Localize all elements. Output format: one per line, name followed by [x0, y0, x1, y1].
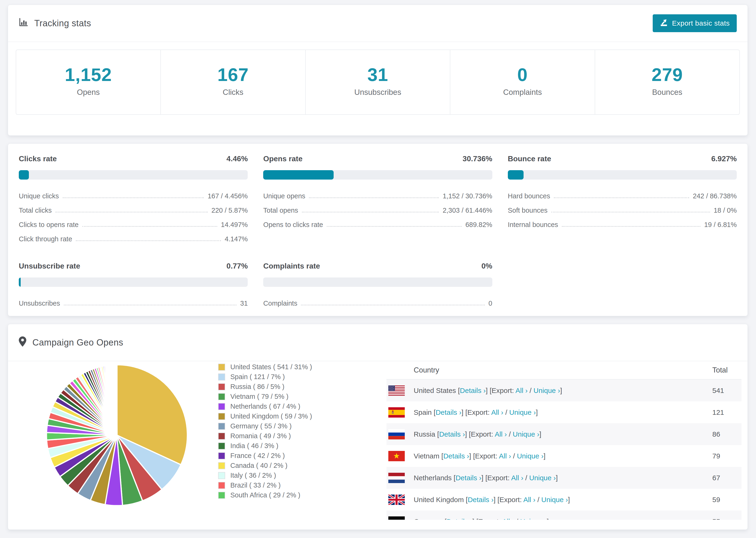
- rate-block-complaints-rate: Complaints rate0%Complaints0: [263, 262, 492, 310]
- total-cell: 79: [712, 452, 741, 460]
- tracking-stats-title-text: Tracking stats: [34, 18, 91, 28]
- export-basic-stats-button[interactable]: Export basic stats: [653, 14, 737, 32]
- details-link[interactable]: Details ›: [443, 452, 469, 460]
- rate-head: Opens rate30.736%: [263, 154, 492, 163]
- slash-text: /: [527, 387, 533, 394]
- export-unique-link[interactable]: Unique ›: [520, 517, 547, 520]
- export-all-link[interactable]: All ›: [523, 496, 536, 504]
- details-link[interactable]: Details ›: [447, 517, 472, 520]
- total-cell: 67: [712, 474, 741, 482]
- bracket-text: ] [Export:: [486, 387, 515, 394]
- country-name: United Kingdom: [414, 496, 466, 504]
- rate-block-unsubscribe-rate: Unsubscribe rate0.77%Unsubscribes31: [19, 262, 248, 310]
- bracket-text: ]: [536, 408, 538, 416]
- rate-row: Unique opens1,152 / 30.736%: [263, 189, 492, 203]
- rate-row: Complaints0: [263, 296, 492, 310]
- legend-label: Germany ( 55 / 3% ): [230, 422, 292, 430]
- rate-row-value: 14.497%: [221, 221, 248, 229]
- export-all-link[interactable]: All ›: [491, 408, 503, 416]
- legend-swatch: [218, 393, 225, 400]
- total-cell: 86: [712, 430, 741, 438]
- rate-row-value: 2,303 / 61.446%: [443, 207, 492, 214]
- legend-label: France ( 42 / 2% ): [230, 452, 285, 459]
- rate-row-value: 220 / 5.87%: [212, 207, 248, 214]
- details-link[interactable]: Details ›: [460, 387, 486, 394]
- legend-item-canada: Canada ( 40 / 2% ): [218, 462, 312, 469]
- map-pin-icon: [19, 336, 26, 349]
- legend-item-france: France ( 42 / 2% ): [218, 452, 312, 459]
- de-flag-icon: [388, 516, 405, 520]
- total-cell: 55: [712, 517, 741, 520]
- legend-label: Netherlands ( 67 / 4% ): [230, 403, 300, 410]
- rate-row-label: Unsubscribes: [19, 299, 60, 307]
- legend-item-india: India ( 46 / 3% ): [218, 443, 312, 449]
- rate-row-value: 18 / 0%: [714, 207, 737, 214]
- legend-swatch: [218, 403, 225, 410]
- column-header-country: Country: [387, 366, 712, 374]
- legend-label: United Kingdom ( 59 / 3% ): [230, 412, 312, 420]
- rate-row-value: 167 / 4.456%: [207, 192, 248, 200]
- export-unique-link[interactable]: Unique ›: [529, 474, 556, 482]
- table-row-gb: United Kingdom [Details ›] [Export: All …: [387, 489, 741, 511]
- export-unique-link[interactable]: Unique ›: [541, 496, 568, 504]
- legend-item-romania: Romania ( 49 / 3% ): [218, 433, 312, 439]
- bracket-text: ] [Export:: [494, 496, 523, 504]
- rate-title: Clicks rate: [19, 154, 57, 163]
- export-unique-link[interactable]: Unique ›: [517, 452, 544, 460]
- rate-rows: Hard bounces242 / 86.738%Soft bounces18 …: [508, 189, 737, 232]
- rate-row-value: 689.82%: [465, 221, 492, 229]
- pie-slice-other-63: [117, 365, 117, 435]
- export-all-link[interactable]: All ›: [515, 387, 528, 394]
- gb-flag-icon: [388, 495, 405, 505]
- legend-swatch: [218, 452, 225, 459]
- export-all-link[interactable]: All ›: [499, 452, 511, 460]
- stat-label: Clicks: [161, 88, 305, 97]
- legend-item-russia: Russia ( 86 / 5% ): [218, 383, 312, 390]
- dotted-leader: [301, 305, 485, 305]
- legend-label: Russia ( 86 / 5% ): [230, 383, 284, 391]
- export-unique-link[interactable]: Unique ›: [509, 408, 536, 416]
- legend-item-united-states: United States ( 541 / 31% ): [218, 364, 312, 370]
- bracket-text: ]: [560, 387, 562, 394]
- rate-row: Opens to clicks rate689.82%: [263, 218, 492, 232]
- ru-flag-icon: [388, 429, 405, 439]
- export-all-link[interactable]: All ›: [511, 474, 523, 482]
- rate-row-label: Opens to clicks rate: [263, 221, 323, 229]
- rate-rows: Unique clicks167 / 4.456%Total clicks220…: [19, 189, 248, 246]
- rate-row: Soft bounces18 / 0%: [508, 203, 737, 218]
- bracket-text: ]: [547, 517, 549, 520]
- country-name: Russia: [414, 430, 437, 438]
- bracket-text: ]: [568, 496, 570, 504]
- bracket-text: ] [Export:: [461, 408, 491, 416]
- geo-opens-pie-chart: [45, 363, 189, 507]
- details-link[interactable]: Details ›: [439, 430, 465, 438]
- country-cell: United Kingdom [Details ›] [Export: All …: [414, 496, 712, 504]
- dotted-leader: [327, 226, 461, 227]
- rate-row-label: Hard bounces: [508, 192, 550, 200]
- legend-swatch: [218, 443, 225, 450]
- us-flag-icon: [388, 385, 405, 396]
- dotted-leader: [562, 226, 700, 227]
- export-all-link[interactable]: All ›: [495, 430, 507, 438]
- rate-row-label: Unique opens: [263, 192, 305, 200]
- rate-row-value: 19 / 6.81%: [704, 221, 737, 229]
- pie-legend: United States ( 541 / 31% )Spain ( 121 /…: [218, 364, 312, 499]
- stat-cell-complaints: 0Complaints: [450, 50, 595, 114]
- stat-value: 279: [595, 64, 739, 85]
- details-link[interactable]: Details ›: [468, 496, 494, 504]
- export-unique-link[interactable]: Unique ›: [533, 387, 560, 394]
- details-link[interactable]: Details ›: [456, 474, 481, 482]
- legend-swatch: [218, 492, 225, 499]
- rate-value: 4.46%: [227, 154, 248, 163]
- legend-item-netherlands: Netherlands ( 67 / 4% ): [218, 403, 312, 410]
- export-unique-link[interactable]: Unique ›: [513, 430, 539, 438]
- progress-bar: [263, 170, 492, 180]
- legend-swatch: [218, 383, 225, 390]
- progress-bar: [19, 170, 248, 180]
- tracking-stats-panel: Tracking stats Export basic stats 1,152O…: [8, 5, 748, 136]
- export-all-link[interactable]: All ›: [502, 517, 514, 520]
- legend-label: Romania ( 49 / 3% ): [230, 432, 291, 440]
- details-link[interactable]: Details ›: [436, 408, 461, 416]
- country-name: Netherlands: [414, 474, 454, 482]
- legend-swatch: [218, 482, 225, 489]
